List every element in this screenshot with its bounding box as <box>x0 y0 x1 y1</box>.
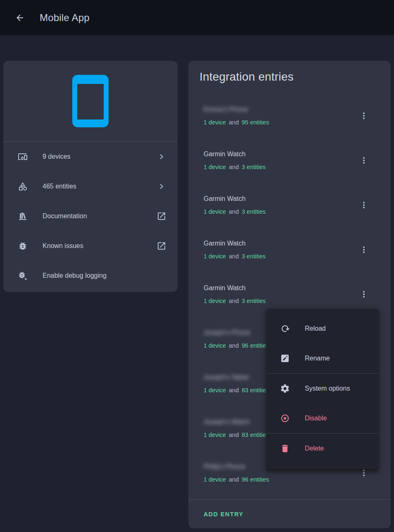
entry-name: Garmin Watch <box>204 150 359 159</box>
entry-subtitle-connector: and <box>229 298 239 304</box>
entry-devices-link[interactable]: 1 device <box>204 164 226 170</box>
delete-icon <box>280 444 290 453</box>
back-button[interactable] <box>10 8 30 28</box>
integration-entry-row: Emma's Phone 1 device and 95 entities <box>188 93 391 138</box>
menu-item-reload[interactable]: Reload <box>266 314 379 344</box>
entry-menu-button[interactable] <box>359 289 369 299</box>
menu-item-system-options[interactable]: System options <box>266 374 379 403</box>
entry-devices-link[interactable]: 1 device <box>204 342 226 349</box>
entry-text: Garmin Watch 1 device and 3 entities <box>204 239 359 261</box>
entry-menu-button[interactable] <box>359 468 369 478</box>
cog-icon <box>280 384 290 394</box>
entry-subtitle-connector: and <box>229 253 239 260</box>
entry-name: Garmin Watch <box>204 284 359 293</box>
dots-vertical-icon <box>359 245 369 255</box>
entry-subtitle-connector: and <box>229 342 239 349</box>
entry-entities-link[interactable]: 3 entities <box>242 208 266 215</box>
cellphone-icon <box>72 75 109 127</box>
entry-entities-link[interactable]: 83 entities <box>242 387 269 394</box>
entry-devices-link[interactable]: 1 device <box>204 253 226 260</box>
entry-devices-link[interactable]: 1 device <box>204 432 226 438</box>
menu-item-label: Disable <box>305 415 327 422</box>
bug-play-icon <box>18 271 28 281</box>
entry-devices-link[interactable]: 1 device <box>204 119 226 126</box>
dots-vertical-icon <box>359 289 369 299</box>
entry-entities-link[interactable]: 3 entities <box>242 298 266 304</box>
entities-row[interactable]: 465 entities <box>3 172 178 201</box>
entry-subtitle-connector: and <box>229 119 239 126</box>
integration-entry-row: Garmin Watch 1 device and 3 entities <box>188 183 391 227</box>
menu-item-delete[interactable]: Delete <box>266 434 379 463</box>
entry-subtitle: 1 device and 96 entities <box>204 475 359 484</box>
bug-icon <box>18 241 28 251</box>
shapes-icon <box>18 181 28 191</box>
devices-count-label: 9 devices <box>43 153 157 160</box>
bookshelf-icon <box>18 211 28 221</box>
entry-subtitle: 1 device and 3 entities <box>204 252 359 261</box>
dots-vertical-icon <box>359 200 369 210</box>
entry-subtitle-connector: and <box>229 387 239 394</box>
entry-name: Garmin Watch <box>204 194 359 203</box>
entry-devices-link[interactable]: 1 device <box>204 298 226 304</box>
entries-footer: ADD ENTRY <box>188 499 391 528</box>
reload-icon <box>280 324 290 334</box>
stop-circle-icon <box>280 413 290 423</box>
entry-entities-link[interactable]: 96 entities <box>242 476 269 483</box>
entry-devices-link[interactable]: 1 device <box>204 387 226 394</box>
entry-entities-link[interactable]: 95 entities <box>242 119 269 126</box>
entry-text: Emma's Phone 1 device and 95 entities <box>204 105 359 127</box>
dots-vertical-icon <box>359 111 369 121</box>
entry-name: Emma's Phone <box>204 105 359 114</box>
entry-entities-link[interactable]: 83 entities <box>242 432 269 438</box>
entry-entities-link[interactable]: 96 entities <box>242 342 269 349</box>
entities-count-label: 465 entities <box>43 183 157 190</box>
open-in-new-icon <box>157 211 166 221</box>
entry-entities-link[interactable]: 3 entities <box>242 253 266 260</box>
entry-devices-link[interactable]: 1 device <box>204 476 226 483</box>
known-issues-label: Known issues <box>43 242 157 250</box>
entry-subtitle: 1 device and 3 entities <box>204 162 359 172</box>
entry-menu-button[interactable] <box>359 200 369 210</box>
app-header: Mobile App <box>0 0 394 35</box>
entry-subtitle-connector: and <box>229 432 239 438</box>
documentation-label: Documentation <box>43 212 157 220</box>
entry-menu-button[interactable] <box>359 245 369 255</box>
integration-info-card: 9 devices 465 entities Documentation <box>3 61 178 292</box>
add-entry-button[interactable]: ADD ENTRY <box>204 511 244 518</box>
info-rows: 9 devices 465 entities Documentation <box>3 142 178 291</box>
devices-icon <box>18 152 28 162</box>
entries-card-title: Integration entries <box>199 70 294 83</box>
integration-entry-row: Garmin Watch 1 device and 3 entities <box>188 227 391 272</box>
entry-name: Garmin Watch <box>204 239 359 248</box>
entry-entities-link[interactable]: 3 entities <box>242 164 266 170</box>
entry-text: Garmin Watch 1 device and 3 entities <box>204 150 359 172</box>
page-title: Mobile App <box>40 12 90 24</box>
entry-subtitle: 1 device and 95 entities <box>204 118 359 127</box>
menu-item-label: Delete <box>305 445 324 452</box>
chevron-right-icon <box>157 181 166 191</box>
menu-item-label: Rename <box>305 355 330 362</box>
entry-context-menu: Reload Rename System options Disable <box>266 309 379 469</box>
entry-subtitle-connector: and <box>229 208 239 215</box>
integration-logo-area <box>3 61 178 141</box>
entry-subtitle: 1 device and 3 entities <box>204 296 359 305</box>
devices-row[interactable]: 9 devices <box>3 142 178 172</box>
enable-debug-logging-label: Enable debug logging <box>43 272 166 279</box>
rename-box-icon <box>280 353 290 363</box>
entry-subtitle-connector: and <box>229 476 239 483</box>
entry-subtitle: 1 device and 3 entities <box>204 207 359 216</box>
entry-menu-button[interactable] <box>359 111 369 121</box>
open-in-new-icon <box>157 241 166 251</box>
menu-item-disable[interactable]: Disable <box>266 403 379 433</box>
menu-item-label: System options <box>305 385 350 392</box>
arrow-left-icon <box>15 13 25 23</box>
dots-vertical-icon <box>359 155 369 165</box>
dots-vertical-icon <box>359 468 369 478</box>
menu-item-rename[interactable]: Rename <box>266 344 379 373</box>
entry-devices-link[interactable]: 1 device <box>204 208 226 215</box>
entry-text: Garmin Watch 1 device and 3 entities <box>204 284 359 305</box>
entry-menu-button[interactable] <box>359 155 369 165</box>
enable-debug-logging-button[interactable]: Enable debug logging <box>3 261 178 291</box>
documentation-link[interactable]: Documentation <box>3 201 178 231</box>
known-issues-link[interactable]: Known issues <box>3 231 178 261</box>
